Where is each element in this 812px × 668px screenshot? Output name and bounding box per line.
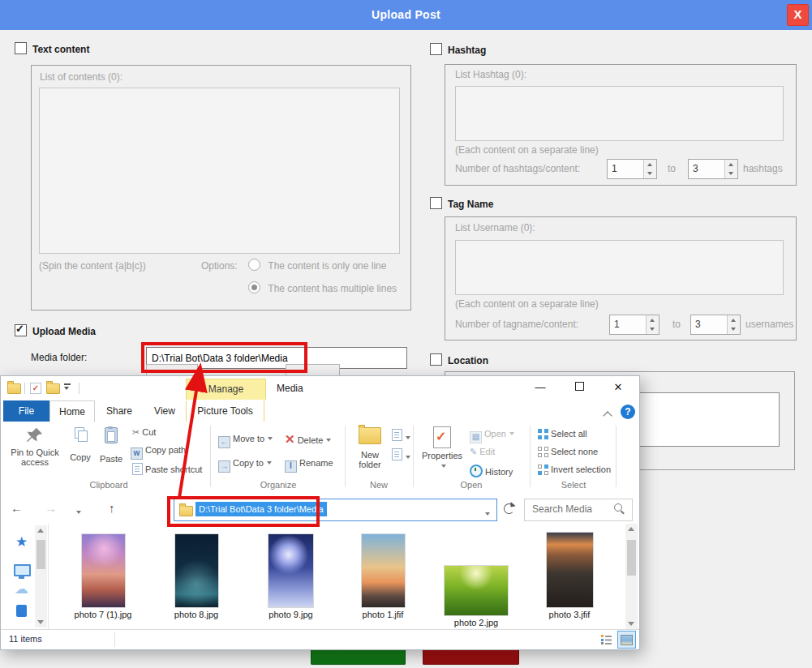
- hashtag-checkbox[interactable]: [430, 43, 442, 55]
- this-pc-icon[interactable]: [14, 564, 31, 576]
- select-none-button[interactable]: Select none: [538, 447, 598, 457]
- tab-picture-tools[interactable]: Picture Tools: [186, 400, 264, 422]
- invert-selection-button[interactable]: Invert selection: [538, 465, 611, 475]
- search-input[interactable]: [531, 503, 615, 516]
- file-item[interactable]: photo 1.jfif: [346, 534, 420, 619]
- easy-access-button[interactable]: [392, 429, 410, 443]
- username-textarea[interactable]: [455, 240, 784, 295]
- copy-path-button[interactable]: w Copy path: [131, 445, 186, 460]
- spinner-down-icon[interactable]: [650, 328, 655, 331]
- radio-one-line-row[interactable]: The content is only one line: [248, 259, 386, 272]
- spinner-down-icon[interactable]: [728, 172, 733, 175]
- search-icon[interactable]: [614, 503, 622, 512]
- customize-quick-access-icon[interactable]: [64, 383, 71, 390]
- open-button[interactable]: ▤ Open: [470, 429, 514, 443]
- file-item[interactable]: photo 2.jpg: [439, 534, 513, 627]
- text-content-checkbox[interactable]: [15, 42, 27, 54]
- recent-locations-caret-icon[interactable]: [76, 507, 81, 518]
- hashtag-checkbox-row[interactable]: Hashtag: [430, 43, 486, 56]
- history-button[interactable]: History: [470, 465, 513, 477]
- file-item[interactable]: photo 7 (1).jpg: [66, 534, 140, 619]
- location-checkbox[interactable]: [430, 353, 442, 366]
- copy-button[interactable]: Copy: [66, 427, 95, 462]
- spinner-up-icon[interactable]: [647, 163, 652, 166]
- address-path-text[interactable]: D:\Trial Bot\Data 3 folder\Media: [195, 502, 327, 516]
- spinner-buttons[interactable]: [727, 315, 740, 334]
- scroll-up-icon[interactable]: [628, 527, 634, 531]
- up-icon[interactable]: ↑: [109, 501, 115, 515]
- tab-file[interactable]: File: [3, 400, 49, 422]
- new-item-button[interactable]: [392, 448, 410, 463]
- tab-view[interactable]: View: [144, 400, 186, 422]
- spinner-buttons[interactable]: [643, 160, 656, 178]
- window-close-button[interactable]: ✕: [608, 380, 629, 396]
- file-item[interactable]: photo 3.jfif: [532, 533, 607, 619]
- spinner-buttons[interactable]: [724, 160, 737, 178]
- contents-textarea[interactable]: [39, 88, 400, 254]
- photo-thumbnail[interactable]: [269, 534, 313, 607]
- forward-icon[interactable]: →: [45, 501, 57, 515]
- move-to-button[interactable]: ← Move to: [218, 434, 273, 448]
- file-item[interactable]: photo 8.jpg: [159, 534, 234, 619]
- search-box[interactable]: [524, 499, 633, 521]
- paste-shortcut-button[interactable]: Paste shortcut: [132, 463, 202, 475]
- delete-button[interactable]: ✕ Delete: [285, 434, 331, 445]
- tagname-max-spinner[interactable]: 3: [690, 315, 741, 335]
- photo-thumbnail[interactable]: [547, 533, 593, 607]
- paste-button[interactable]: Paste: [97, 427, 126, 464]
- folder-icon[interactable]: [46, 383, 60, 394]
- address-bar[interactable]: D:\Trial Bot\Data 3 folder\Media: [174, 499, 497, 521]
- pin-to-quick-access-button[interactable]: Pin to Quick access: [7, 426, 62, 467]
- tab-home[interactable]: Home: [49, 400, 95, 422]
- scroll-up-icon[interactable]: [37, 529, 44, 533]
- radio-multiple-lines-row[interactable]: The content has multiple lines: [248, 281, 397, 294]
- upload-media-checkbox-row[interactable]: Upload Media: [15, 324, 96, 337]
- hashtag-textarea[interactable]: [455, 86, 784, 141]
- spinner-buttons[interactable]: [646, 315, 659, 334]
- photo-thumbnail[interactable]: [82, 534, 125, 607]
- navigation-scrollbar[interactable]: [35, 525, 47, 627]
- copy-to-button[interactable]: → Copy to: [218, 458, 272, 473]
- maximize-button[interactable]: [569, 380, 590, 396]
- spinner-up-icon[interactable]: [728, 163, 733, 166]
- address-dropdown-caret-icon[interactable]: [485, 508, 490, 520]
- quick-access-icon[interactable]: ★: [15, 533, 28, 550]
- select-all-button[interactable]: Select all: [538, 429, 587, 439]
- spinner-up-icon[interactable]: [650, 319, 655, 322]
- content-scrollbar[interactable]: [625, 524, 638, 629]
- collapse-ribbon-icon[interactable]: [604, 410, 611, 422]
- photo-thumbnail[interactable]: [445, 566, 508, 615]
- hashtag-max-spinner[interactable]: 3: [688, 159, 738, 179]
- spinner-up-icon[interactable]: [731, 319, 736, 322]
- scrollbar-thumb[interactable]: [627, 540, 636, 576]
- rename-button[interactable]: I Rename: [285, 458, 333, 473]
- cut-button[interactable]: ✂ Cut: [132, 427, 156, 438]
- manage-contextual-tab[interactable]: Manage: [186, 379, 266, 400]
- scroll-down-icon[interactable]: [628, 622, 634, 626]
- radio-multiple-lines[interactable]: [248, 281, 260, 293]
- upload-media-checkbox[interactable]: [15, 324, 27, 336]
- new-folder-button[interactable]: New folder: [351, 427, 389, 469]
- properties-button[interactable]: Properties: [419, 426, 465, 472]
- tagname-checkbox[interactable]: [430, 197, 442, 209]
- spinner-down-icon[interactable]: [731, 328, 736, 331]
- hashtag-min-spinner[interactable]: 1: [607, 159, 657, 179]
- tagname-checkbox-row[interactable]: Tag Name: [430, 197, 493, 210]
- folder-icon[interactable]: [7, 383, 21, 394]
- radio-one-line[interactable]: [248, 259, 260, 271]
- refresh-icon[interactable]: [504, 503, 514, 516]
- photo-thumbnail[interactable]: [175, 534, 218, 607]
- details-view-icon[interactable]: [601, 635, 612, 644]
- scroll-down-icon[interactable]: [37, 620, 44, 624]
- minimize-button[interactable]: —: [530, 380, 551, 396]
- text-content-checkbox-row[interactable]: Text content: [15, 42, 89, 55]
- photo-thumbnail[interactable]: [362, 534, 405, 607]
- dialog-close-button[interactable]: X: [787, 4, 809, 26]
- spinner-down-icon[interactable]: [647, 172, 652, 175]
- tab-share[interactable]: Share: [95, 400, 144, 422]
- back-icon[interactable]: ←: [11, 501, 23, 515]
- drive-icon[interactable]: [16, 605, 27, 617]
- location-checkbox-row[interactable]: Location: [430, 353, 488, 366]
- thumbnail-view-toggle[interactable]: [617, 631, 636, 649]
- edit-button[interactable]: ✎ Edit: [470, 447, 495, 457]
